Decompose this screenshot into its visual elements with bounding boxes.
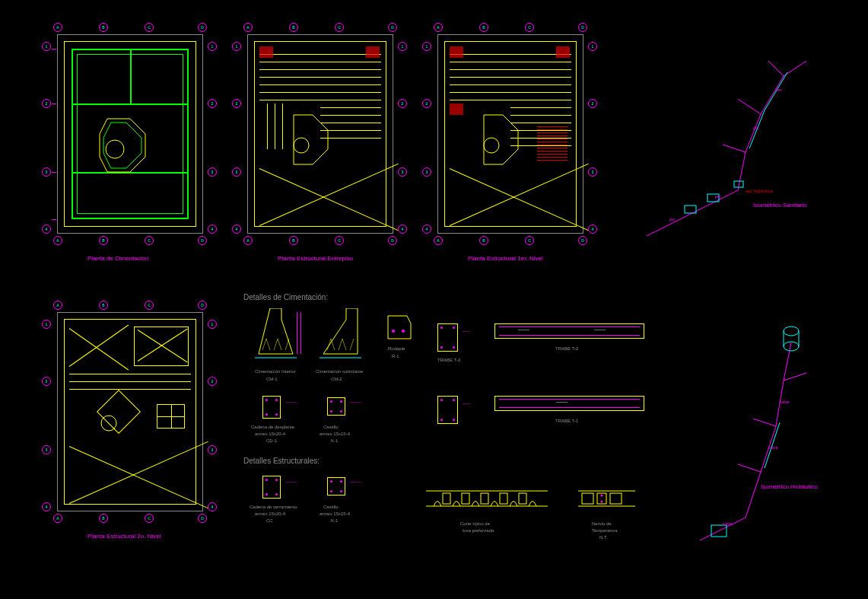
- detail-cd1: [262, 396, 281, 419]
- spec-k1b: armex 15x15-4: [320, 511, 350, 516]
- title-iso-sanitario: Isométrico Sanitario: [753, 202, 807, 209]
- spec-cd1: armex 15x20-4: [255, 432, 285, 436]
- cad-drawing-canvas: A B C D 1 2 3 4 A B C D 1 2 3 4 Planta d…: [0, 0, 868, 599]
- label-cm2: Cimentación colindante: [316, 369, 363, 374]
- isometric-sanitario: pvc pvc pvc pvc: [631, 38, 829, 251]
- annotation-red: red hidráulica: [746, 189, 773, 193]
- svg-text:cobre: cobre: [723, 521, 733, 526]
- plan-nivel2: [57, 312, 203, 511]
- spec-k1: armex 15x15-4: [320, 432, 350, 436]
- title-nivel1: Planta Estructural 1er. Nivel: [468, 255, 543, 262]
- svg-rect-23: [462, 493, 469, 504]
- detail-k1: [327, 397, 345, 416]
- svg-point-21: [402, 330, 405, 333]
- svg-rect-22: [443, 493, 450, 504]
- svg-point-28: [601, 495, 603, 497]
- code-k1b: K-1: [331, 518, 338, 523]
- detail-cm1: [255, 308, 297, 362]
- isometric-hidraulico: cobre cobre cobre: [669, 304, 852, 556]
- section-cimentacion-details: Detalles de Cimentación:: [243, 293, 328, 301]
- label-rodapie: Rodapié: [388, 346, 405, 351]
- detail-trabe-t2-elev: ——— ———: [494, 323, 644, 339]
- svg-text:cobre: cobre: [768, 445, 778, 450]
- label-nervio: Nervio de: [592, 521, 612, 526]
- label-cd1: Cadena de desplante: [251, 425, 294, 429]
- svg-text:cobre: cobre: [780, 400, 790, 404]
- svg-text:pvc: pvc: [753, 126, 759, 130]
- label-cm1: Cimentación Interior: [255, 369, 296, 374]
- label-trabe-t1: TRABE T-1: [555, 419, 578, 423]
- svg-rect-30: [582, 493, 593, 504]
- detail-nervio: [578, 487, 635, 517]
- plan-entrepiso: [247, 34, 393, 234]
- label-trabe-t2: TRABE T-2: [555, 346, 578, 351]
- label-k1b: Castillo: [323, 505, 339, 509]
- sub-nervio: Temperatura: [592, 528, 618, 533]
- svg-point-20: [392, 330, 395, 333]
- detail-k1b: [327, 477, 345, 495]
- detail-trabe-t1-elev: ———: [494, 396, 644, 411]
- code-cc: CC: [266, 518, 273, 523]
- label-trabe-t2-sec: TRABE T-2: [437, 358, 460, 362]
- title-iso-hidraulico: Isométrico Hidráulico: [761, 483, 818, 490]
- svg-point-1: [294, 138, 309, 153]
- title-cimentacion: Planta de Cimentación: [87, 255, 149, 262]
- svg-text:pvc: pvc: [715, 194, 721, 199]
- sub-losa: losa preforzada: [463, 528, 494, 533]
- svg-rect-3: [97, 390, 141, 434]
- section-estructurales-details: Detalles Estructurales:: [243, 457, 320, 465]
- code-cd1: CD-1: [266, 438, 277, 443]
- detail-cm2: [320, 308, 361, 362]
- svg-point-2: [484, 138, 499, 153]
- detail-cc: [262, 476, 281, 499]
- plan-nivel1: [437, 34, 583, 234]
- title-nivel2: Planta Estructural 2o. Nivel: [87, 533, 161, 540]
- code-rodapie: R-1: [392, 354, 399, 358]
- code-cm1: CM-1: [266, 377, 278, 381]
- svg-point-12: [784, 327, 799, 336]
- code-k1: K-1: [331, 438, 338, 443]
- label-cc: Cadena de cerramiento: [250, 505, 297, 509]
- svg-text:pvc: pvc: [669, 217, 676, 221]
- title-entrepiso: Planta Estructural Entrepiso: [278, 255, 353, 262]
- code-nervio: N.T.: [599, 535, 608, 540]
- plan-cimentacion: [57, 34, 203, 234]
- code-cm2: CM-2: [331, 377, 342, 381]
- svg-point-0: [106, 140, 124, 158]
- svg-rect-26: [519, 493, 526, 504]
- spec-cc: armex 15x20-4: [255, 511, 285, 516]
- svg-text:pvc: pvc: [776, 88, 782, 92]
- svg-point-29: [601, 501, 603, 503]
- detail-trabe-t2-section: [437, 323, 458, 352]
- detail-trabe-t1-section: [437, 396, 458, 424]
- label-k1: Castillo: [323, 425, 339, 429]
- label-losa: Corte típico de: [460, 521, 490, 526]
- svg-rect-31: [610, 493, 622, 504]
- svg-rect-25: [500, 493, 507, 504]
- svg-rect-24: [481, 493, 488, 504]
- detail-rodapie: [384, 312, 415, 343]
- detail-losa: [426, 487, 548, 517]
